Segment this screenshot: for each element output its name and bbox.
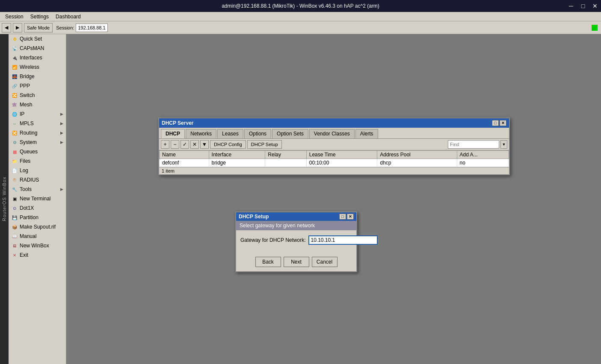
sidebar-icon-14: 📄 bbox=[11, 167, 18, 174]
cross-button[interactable]: ✕ bbox=[190, 140, 199, 149]
add-button[interactable]: + bbox=[161, 140, 169, 149]
sidebar-item-files[interactable]: 📁Files bbox=[9, 156, 66, 166]
sidebar-item-routing[interactable]: 🔀Routing▶ bbox=[9, 128, 66, 138]
sidebar-item-ppp[interactable]: 🔗PPP bbox=[9, 81, 66, 91]
sidebar-item-exit[interactable]: ✕Exit bbox=[9, 250, 66, 260]
sidebar-item-dot1x[interactable]: ⊙Dot1X bbox=[9, 203, 66, 213]
col-relay[interactable]: Relay bbox=[265, 151, 306, 159]
sidebar-item-interfaces[interactable]: 🔌Interfaces bbox=[9, 53, 66, 62]
find-input[interactable] bbox=[448, 140, 499, 149]
col-interface[interactable]: Interface bbox=[209, 151, 265, 159]
sidebar-item-new-terminal[interactable]: ▣New Terminal bbox=[9, 194, 66, 203]
col-add-a[interactable]: Add A... bbox=[457, 151, 509, 159]
find-arrow[interactable]: ▼ bbox=[500, 140, 507, 149]
sidebar-icon-18: ⊙ bbox=[11, 205, 18, 211]
dhcp-close-button[interactable]: ✕ bbox=[500, 120, 506, 126]
dialog-restore-button[interactable]: □ bbox=[339, 214, 346, 220]
sidebar-label-1: CAPsMAN bbox=[20, 45, 63, 51]
table-row[interactable]: defconf bridge 00:10:00 dhcp no bbox=[160, 159, 509, 167]
menu-dashboard[interactable]: Dashboard bbox=[52, 13, 84, 21]
tab-options[interactable]: Options bbox=[244, 129, 271, 138]
tab-dhcp[interactable]: DHCP bbox=[161, 129, 185, 138]
sidebar-label-8: IP bbox=[20, 111, 59, 117]
gateway-input[interactable] bbox=[308, 235, 378, 245]
sidebar-label-22: New WinBox bbox=[20, 243, 63, 249]
sidebar-icon-0: ⚙ bbox=[11, 35, 18, 42]
tab-alerts[interactable]: Alerts bbox=[355, 129, 378, 138]
cancel-button[interactable]: Cancel bbox=[312, 257, 338, 267]
sidebar-item-partition[interactable]: 💾Partition bbox=[9, 213, 66, 222]
dhcp-setup-dialog: DHCP Setup □ ✕ Select gateway for given … bbox=[235, 211, 357, 272]
forward-button[interactable]: ▶ bbox=[13, 23, 22, 32]
sidebar-label-11: System bbox=[20, 139, 59, 145]
sidebar-item-manual[interactable]: 📖Manual bbox=[9, 232, 66, 241]
col-address-pool[interactable]: Address Pool bbox=[377, 151, 457, 159]
tab-vendor-classes[interactable]: Vendor Classes bbox=[309, 129, 355, 138]
col-name[interactable]: Name bbox=[160, 151, 209, 159]
tab-networks[interactable]: Networks bbox=[186, 129, 216, 138]
gateway-field: Gateway for DHCP Network: bbox=[240, 235, 352, 245]
sidebar-item-tools[interactable]: 🔧Tools▶ bbox=[9, 185, 66, 194]
sidebar-item-radius[interactable]: ®RADIUS bbox=[9, 175, 66, 185]
dhcp-window-buttons: □ ✕ bbox=[492, 120, 506, 126]
window-title: admin@192.168.88.1 (MikroTik) - WinBox v… bbox=[222, 3, 379, 9]
sidebar-icon-23: ✕ bbox=[11, 252, 18, 258]
sidebar-label-4: Bridge bbox=[20, 73, 63, 79]
gateway-label: Gateway for DHCP Network: bbox=[240, 237, 306, 243]
sidebar-item-ip[interactable]: 🌐IP▶ bbox=[9, 109, 66, 119]
safe-mode-button[interactable]: Safe Mode bbox=[24, 23, 53, 32]
sidebar-item-make-supout.rif[interactable]: 📦Make Supout.rif bbox=[9, 222, 66, 232]
sidebar-label-15: RADIUS bbox=[20, 177, 63, 183]
tab-option-sets[interactable]: Option Sets bbox=[272, 129, 308, 138]
sidebar-item-queues[interactable]: ▦Queues bbox=[9, 147, 66, 156]
sidebar-icon-10: 🔀 bbox=[11, 129, 18, 136]
back-button[interactable]: ◀ bbox=[2, 23, 11, 32]
sidebar-item-system[interactable]: ⚙System▶ bbox=[9, 138, 66, 147]
close-button[interactable]: ✕ bbox=[589, 0, 601, 12]
sidebar-label-16: Tools bbox=[20, 186, 59, 192]
sidebar-label-6: Switch bbox=[20, 92, 63, 98]
cell-name: defconf bbox=[160, 159, 209, 167]
sidebar-item-switch[interactable]: 🔀Switch bbox=[9, 91, 66, 100]
session-value: 192.168.88.1 bbox=[76, 23, 107, 32]
dhcp-server-window: DHCP Server □ ✕ DHCP Networks Leases Opt… bbox=[158, 117, 510, 175]
back-button[interactable]: Back bbox=[255, 257, 281, 267]
dhcp-restore-button[interactable]: □ bbox=[492, 120, 499, 126]
dhcp-setup-button[interactable]: DHCP Setup bbox=[247, 140, 282, 149]
sidebar-item-mpls[interactable]: ↔MPLS▶ bbox=[9, 119, 66, 128]
dhcp-config-button[interactable]: DHCP Config bbox=[210, 140, 246, 149]
status-text: 1 item bbox=[162, 168, 175, 173]
col-lease-time[interactable]: Lease Time bbox=[306, 151, 377, 159]
check-button[interactable]: ✓ bbox=[181, 140, 189, 149]
filter-button[interactable]: ▼ bbox=[200, 140, 209, 149]
sidebar-icon-3: 📶 bbox=[11, 64, 18, 70]
restore-button[interactable]: □ bbox=[577, 0, 589, 12]
dialog-close-button[interactable]: ✕ bbox=[347, 214, 354, 220]
sidebar: ⚙Quick Set📡CAPsMAN🔌Interfaces📶Wireless🌉B… bbox=[9, 34, 66, 364]
tab-leases[interactable]: Leases bbox=[217, 129, 243, 138]
menu-settings[interactable]: Settings bbox=[27, 13, 52, 21]
sidebar-label-5: PPP bbox=[20, 83, 63, 89]
sidebar-item-new-winbox[interactable]: 🖥New WinBox bbox=[9, 241, 66, 250]
minimize-button[interactable]: ─ bbox=[565, 0, 577, 12]
sidebar-item-bridge[interactable]: 🌉Bridge bbox=[9, 72, 66, 81]
dialog-title: DHCP Setup bbox=[239, 214, 269, 220]
sidebar-item-log[interactable]: 📄Log bbox=[9, 166, 66, 175]
sidebar-icon-22: 🖥 bbox=[11, 242, 18, 249]
cell-interface: bridge bbox=[209, 159, 265, 167]
next-button[interactable]: Next bbox=[284, 257, 309, 267]
menu-session[interactable]: Session bbox=[2, 13, 27, 21]
remove-button[interactable]: − bbox=[171, 140, 179, 149]
sidebar-item-mesh[interactable]: 🕸Mesh bbox=[9, 100, 66, 109]
main-layout: RouterOS WinBox ⚙Quick Set📡CAPsMAN🔌Inter… bbox=[0, 34, 601, 364]
sidebar-item-quick-set[interactable]: ⚙Quick Set bbox=[9, 34, 66, 44]
sidebar-label-0: Quick Set bbox=[20, 36, 63, 42]
dhcp-window-title: DHCP Server bbox=[162, 120, 193, 126]
sidebar-icon-7: 🕸 bbox=[11, 101, 18, 108]
menu-bar: Session Settings Dashboard bbox=[0, 12, 601, 21]
sidebar-item-capsman[interactable]: 📡CAPsMAN bbox=[9, 44, 66, 53]
dialog-titlebar: DHCP Setup □ ✕ bbox=[236, 212, 356, 221]
table-toolbar: + − ✓ ✕ ▼ DHCP Config DHCP Setup ▼ bbox=[159, 139, 509, 150]
sidebar-label-19: Partition bbox=[20, 214, 63, 220]
sidebar-item-wireless[interactable]: 📶Wireless bbox=[9, 62, 66, 72]
